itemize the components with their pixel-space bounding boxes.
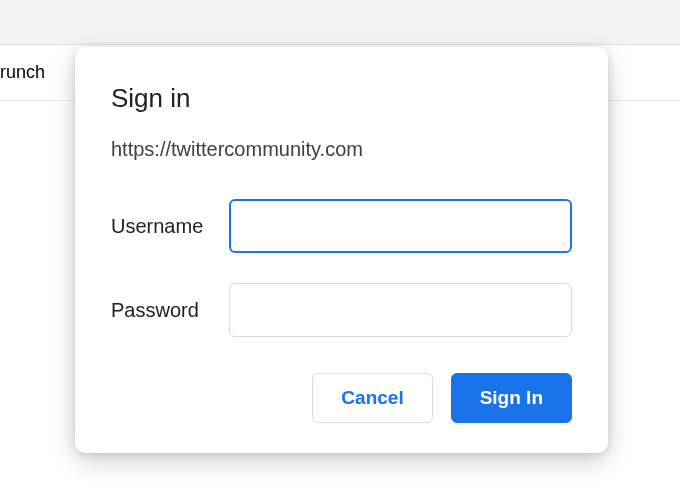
dialog-backdrop: Sign in https://twittercommunity.com Use… [0,45,680,503]
username-label: Username [111,215,229,238]
dialog-url: https://twittercommunity.com [111,138,572,161]
auth-dialog: Sign in https://twittercommunity.com Use… [75,47,608,453]
dialog-title: Sign in [111,83,572,114]
password-label: Password [111,299,229,322]
signin-button[interactable]: Sign In [451,373,572,423]
browser-toolbar-bg [0,0,680,45]
username-row: Username [111,199,572,253]
password-input[interactable] [229,283,572,337]
password-row: Password [111,283,572,337]
dialog-button-row: Cancel Sign In [111,373,572,423]
cancel-button[interactable]: Cancel [312,373,432,423]
username-input[interactable] [229,199,572,253]
